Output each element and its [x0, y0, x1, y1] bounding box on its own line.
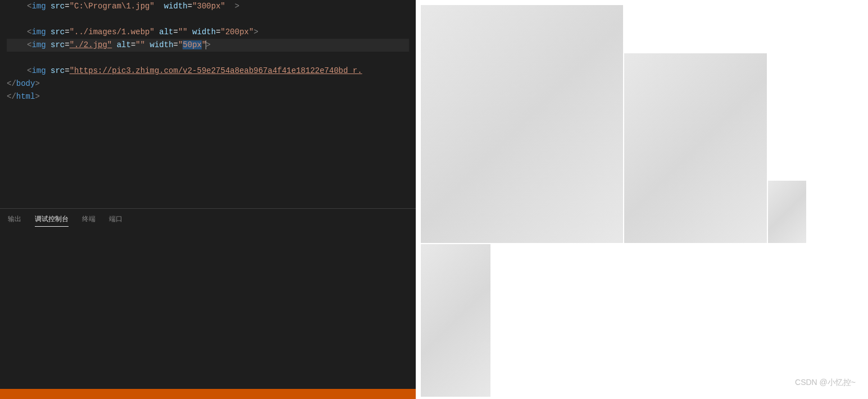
code-editor-pane: <img src="C:\Program\1.jpg" width="300px…: [0, 0, 416, 399]
code-editor[interactable]: <img src="C:\Program\1.jpg" width="300px…: [0, 0, 416, 208]
code-line[interactable]: <img src="../images/1.webp" alt="" width…: [7, 26, 409, 39]
terminal-panel: 输出调试控制台终端端口: [0, 208, 416, 399]
preview-image-3: [768, 181, 806, 243]
preview-images-container: [420, 4, 864, 397]
code-line[interactable]: <img src="https://pic3.zhimg.com/v2-59e2…: [7, 65, 409, 77]
code-line[interactable]: </html>: [7, 90, 409, 103]
terminal-tab-调试控制台[interactable]: 调试控制台: [35, 214, 69, 227]
preview-image-1: [421, 5, 623, 243]
status-bar: [0, 389, 416, 399]
browser-preview-pane: CSDN @小忆控~: [416, 0, 868, 399]
terminal-tabs: 输出调试控制台终端端口: [0, 209, 416, 232]
preview-image-2: [624, 53, 767, 243]
code-line[interactable]: <img src="C:\Program\1.jpg" width="300px…: [7, 0, 409, 13]
preview-image-4: [421, 244, 490, 397]
terminal-tab-输出[interactable]: 输出: [8, 214, 21, 227]
code-line[interactable]: [7, 13, 409, 26]
terminal-tab-终端[interactable]: 终端: [82, 214, 96, 227]
code-line[interactable]: [7, 52, 409, 65]
code-line[interactable]: <img src="./2.jpg" alt="" width="50px">: [7, 39, 409, 52]
terminal-tab-端口[interactable]: 端口: [109, 214, 122, 227]
code-line[interactable]: </body>: [7, 77, 409, 90]
watermark: CSDN @小忆控~: [795, 378, 856, 388]
